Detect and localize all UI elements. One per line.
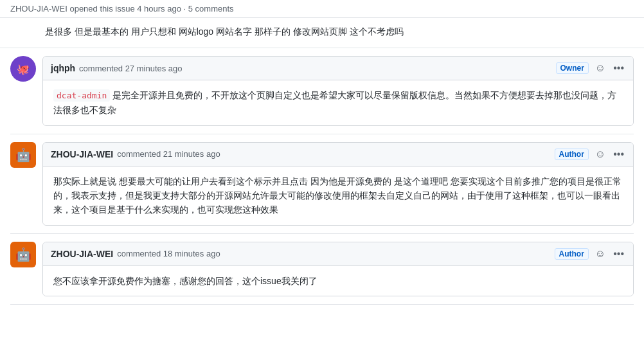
comment-body-text-2: 那实际上就是说 想要最大可能的让用户去看到这个标示并且点击 因为他是开源免费的 …: [53, 176, 622, 215]
code-dcat-admin: dcat-admin: [53, 89, 110, 102]
main-content: 🐙 jqhph commented 27 minutes ago Owner ☺: [0, 48, 644, 324]
comment-header-2: ZHOU-JIA-WEI commented 21 minutes ago Au…: [43, 143, 633, 166]
badge-author-2: Author: [555, 148, 589, 160]
ellipsis-icon-2: •••: [613, 149, 624, 159]
first-comment-text: 是很多 但是最基本的 用户只想和 网站logo 网站名字 那样子的 修改网站页脚…: [45, 26, 404, 37]
top-partial-bar: ZHOU-JIA-WEI opened this issue 4 hours a…: [0, 0, 644, 18]
ellipsis-icon-3: •••: [613, 249, 624, 259]
comment-body-text-3: 您不应该拿开源免费作为搪塞，感谢您的回答，这个issue我关闭了: [53, 276, 318, 286]
badge-author-3: Author: [555, 248, 589, 260]
ellipsis-icon-1: •••: [613, 63, 624, 73]
comment-header-1: jqhph commented 27 minutes ago Owner ☺ •…: [43, 57, 633, 80]
comment-time-2: commented 21 minutes ago: [117, 149, 220, 159]
comment-box-3: ZHOU-JIA-WEI commented 18 minutes ago Au…: [42, 242, 634, 296]
badge-owner-1: Owner: [556, 62, 589, 74]
more-options-btn-1[interactable]: •••: [612, 62, 625, 75]
avatar-zhou-1: 🤖: [10, 142, 36, 168]
comment-header-left-1: jqhph commented 27 minutes ago: [51, 63, 183, 73]
comment-box-1: jqhph commented 27 minutes ago Owner ☺ •…: [42, 56, 634, 125]
comment-body-text-1: 是完全开源并且免费的，不开放这个页脚自定义也是希望大家可以尽量保留版权信息。当然…: [53, 90, 616, 115]
comment-body-2: 那实际上就是说 想要最大可能的让用户去看到这个标示并且点击 因为他是开源免费的 …: [43, 166, 633, 225]
bottom-spacer: [0, 305, 644, 324]
comment-header-left-3: ZHOU-JIA-WEI commented 18 minutes ago: [51, 249, 220, 259]
comment-box-2: ZHOU-JIA-WEI commented 21 minutes ago Au…: [42, 142, 634, 226]
emoji-icon-1: ☺: [595, 63, 605, 73]
comment-time-1: commented 27 minutes ago: [79, 64, 182, 73]
emoji-reaction-btn-3[interactable]: ☺: [594, 248, 607, 260]
comment-username-3[interactable]: ZHOU-JIA-WEI: [51, 249, 113, 259]
comment-username-1[interactable]: jqhph: [51, 63, 75, 73]
emoji-icon-2: ☺: [595, 149, 605, 159]
top-partial-text: ZHOU-JIA-WEI opened this issue 4 hours a…: [10, 4, 234, 14]
comment-header-right-2: Author ☺ •••: [555, 148, 625, 161]
page-container: ZHOU-JIA-WEI opened this issue 4 hours a…: [0, 0, 644, 324]
avatar-jqhph: 🐙: [10, 56, 36, 82]
emoji-reaction-btn-1[interactable]: ☺: [594, 62, 607, 75]
comment-username-2[interactable]: ZHOU-JIA-WEI: [51, 149, 113, 159]
comment-body-1: dcat-admin 是完全开源并且免费的，不开放这个页脚自定义也是希望大家可以…: [43, 80, 633, 125]
comment-thread-3: 🤖 ZHOU-JIA-WEI commented 18 minutes ago …: [0, 234, 644, 304]
comment-thread-2: 🤖 ZHOU-JIA-WEI commented 21 minutes ago …: [0, 134, 644, 233]
comment-header-3: ZHOU-JIA-WEI commented 18 minutes ago Au…: [43, 242, 633, 266]
more-options-btn-2[interactable]: •••: [612, 148, 625, 161]
emoji-reaction-btn-2[interactable]: ☺: [594, 148, 607, 161]
avatar-zhou-2: 🤖: [10, 242, 36, 267]
more-options-btn-3[interactable]: •••: [612, 248, 625, 260]
comment-thread-1: 🐙 jqhph commented 27 minutes ago Owner ☺: [0, 48, 644, 133]
first-plain-comment: 是很多 但是最基本的 用户只想和 网站logo 网站名字 那样子的 修改网站页脚…: [0, 18, 644, 48]
comment-header-left-2: ZHOU-JIA-WEI commented 21 minutes ago: [51, 149, 220, 159]
comment-header-right-1: Owner ☺ •••: [556, 62, 626, 75]
comment-header-right-3: Author ☺ •••: [555, 248, 625, 260]
comment-time-3: commented 18 minutes ago: [117, 249, 220, 258]
emoji-icon-3: ☺: [595, 249, 605, 259]
comment-body-3: 您不应该拿开源免费作为搪塞，感谢您的回答，这个issue我关闭了: [43, 266, 633, 296]
